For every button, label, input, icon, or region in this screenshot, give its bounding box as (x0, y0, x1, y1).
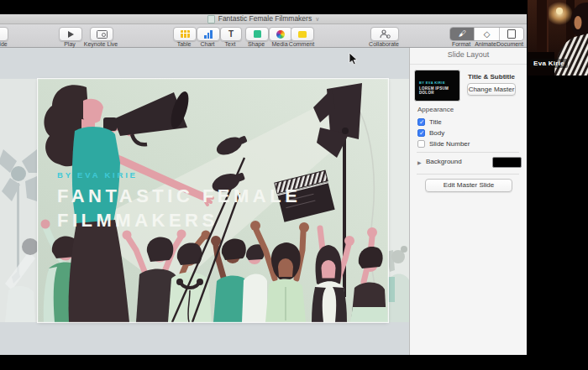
play-button[interactable] (59, 27, 82, 41)
title-checkbox[interactable] (417, 118, 425, 126)
slide-title-line2: FILMMAKERS (57, 208, 301, 232)
slide-overflow-left (0, 79, 38, 322)
slide-number-checkbox[interactable] (417, 140, 425, 148)
window-title-group: Fantastic Female Filmmakers ∨ (0, 14, 527, 23)
play-icon (68, 31, 74, 38)
participant-name-label: Eva Kirie (530, 59, 568, 68)
chart-button[interactable] (197, 27, 220, 41)
media-icon (276, 30, 285, 39)
table-button[interactable] (173, 27, 197, 41)
title-checkbox-label: Title (429, 118, 442, 126)
animate-diamond-icon: ◇ (484, 30, 491, 39)
shared-screen: Fantastic Female Filmmakers ∨ ide Play K… (0, 0, 588, 370)
window-title: Fantastic Female Filmmakers (218, 14, 312, 23)
format-brush-icon: 🖌 (459, 30, 466, 38)
keynote-live-icon (97, 30, 108, 39)
thumbnail-kicker: BY EVA KIRIE (419, 81, 445, 85)
document-rect-icon (507, 29, 516, 39)
add-slide-label: ide (0, 41, 30, 47)
title-chevron-icon[interactable]: ∨ (315, 16, 319, 23)
document-label: Document (483, 41, 527, 47)
slide-title-line1: FANTASTIC FEMALE (57, 184, 301, 208)
background-color-well[interactable] (492, 157, 522, 168)
slide-number-checkbox-label: Slide Number (429, 140, 470, 148)
keynote-window: Fantastic Female Filmmakers ∨ ide Play K… (0, 14, 527, 355)
format-inspector-panel: Slide Layout BY EVA KIRIE LOREM IPSUM DO… (409, 48, 527, 355)
document-icon (207, 15, 215, 23)
master-slide-thumbnail[interactable]: BY EVA KIRIE LOREM IPSUM DOLOR (414, 70, 460, 102)
appearance-heading: Appearance (417, 106, 454, 113)
body-checkbox-label: Body (429, 129, 444, 137)
panel-header: Slide Layout (410, 48, 527, 65)
shape-button[interactable] (245, 27, 269, 41)
table-icon (181, 30, 190, 38)
keynote-live-button[interactable] (90, 27, 113, 41)
collaborate-label: Collaborate (357, 41, 411, 47)
add-slide-button[interactable] (0, 27, 8, 41)
shape-icon (254, 30, 261, 38)
slide-overflow-right (388, 79, 409, 322)
panel-divider (417, 152, 519, 153)
comment-icon (298, 31, 307, 38)
panel-divider (417, 174, 519, 175)
checkbox-row-slide-number[interactable]: Slide Number (417, 139, 470, 149)
slide-title-text[interactable]: FANTASTIC FEMALE FILMMAKERS (57, 184, 301, 232)
animate-tab[interactable]: ◇ (474, 28, 498, 40)
format-tab[interactable]: 🖌 (450, 28, 474, 40)
edit-master-slide-button[interactable]: Edit Master Slide (425, 179, 512, 192)
mouse-cursor (349, 53, 359, 66)
keynote-live-label: Keynote Live (74, 41, 128, 47)
master-name: Title & Subtitle (468, 73, 515, 81)
slide-kicker-text[interactable]: BY EVA KIRIE (57, 170, 138, 180)
media-button[interactable] (269, 27, 292, 41)
body-checkbox[interactable] (417, 129, 425, 137)
text-icon: T (228, 30, 234, 39)
faded-figure-illustration (388, 79, 409, 322)
comment-label: Comment (275, 41, 328, 47)
background-disclosure-triangle[interactable]: ▶ (417, 159, 422, 165)
window-titlebar[interactable]: Fantastic Female Filmmakers ∨ (0, 14, 527, 24)
webcam-video-tile[interactable]: Eva Kirie (528, 0, 588, 76)
inspector-segmented-control: 🖌 ◇ (449, 27, 524, 41)
faded-studio-light-illustration (0, 79, 38, 322)
thumbnail-title: LOREM IPSUM DOLOR (419, 86, 459, 95)
slide-canvas[interactable]: BY EVA KIRIE FANTASTIC FEMALE FILMMAKERS (0, 48, 409, 355)
collaborate-icon (380, 29, 391, 39)
person-face (575, 16, 582, 29)
text-button[interactable]: T (220, 27, 242, 41)
slide[interactable]: BY EVA KIRIE FANTASTIC FEMALE FILMMAKERS (38, 79, 388, 322)
change-master-button[interactable]: Change Master (467, 83, 516, 96)
comment-button[interactable] (291, 27, 314, 41)
checkbox-row-title[interactable]: Title (417, 117, 442, 127)
chart-icon (204, 30, 213, 39)
collaborate-button[interactable] (370, 27, 399, 41)
document-tab[interactable] (499, 28, 523, 40)
checkbox-row-body[interactable]: Body (417, 128, 444, 138)
toolbar: ide Play Keynote Live Table Chart T Text… (0, 24, 527, 48)
background-label: Background (426, 158, 462, 165)
